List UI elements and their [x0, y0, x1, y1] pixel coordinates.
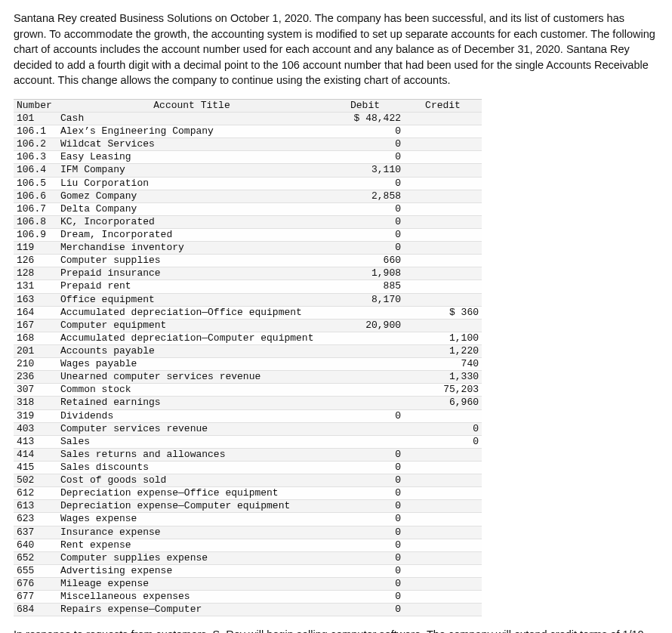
- table-header-row: Number Account Title Debit Credit: [14, 99, 482, 112]
- account-title: Accounts payable: [57, 344, 326, 357]
- account-credit: [404, 539, 482, 551]
- account-debit: 0: [326, 577, 404, 590]
- account-credit: [404, 202, 482, 215]
- account-credit: [404, 591, 482, 604]
- account-debit: 0: [326, 125, 404, 138]
- table-row: 106.5Liu Corporation0: [14, 177, 482, 190]
- account-title: Repairs expense—Computer: [57, 604, 326, 616]
- account-debit: 0: [326, 487, 404, 500]
- account-debit: 0: [326, 177, 404, 190]
- account-credit: [404, 177, 482, 190]
- table-row: 502Cost of goods sold0: [14, 474, 482, 487]
- account-number: 210: [14, 358, 57, 371]
- account-debit: 0: [326, 242, 404, 255]
- table-row: 106.3Easy Leasing0: [14, 151, 482, 164]
- account-number: 236: [14, 371, 57, 384]
- account-debit: 0: [326, 151, 404, 164]
- account-credit: [404, 215, 482, 228]
- account-debit: [326, 358, 404, 371]
- account-title: Mileage expense: [57, 577, 326, 590]
- table-row: 201Accounts payable1,220: [14, 344, 482, 357]
- account-title: Sales: [57, 435, 326, 448]
- account-credit: [404, 461, 482, 474]
- account-credit: 0: [404, 422, 482, 435]
- table-row: 318Retained earnings6,960: [14, 397, 482, 409]
- account-debit: 0: [326, 138, 404, 151]
- account-debit: 2,858: [326, 190, 404, 202]
- account-credit: [404, 138, 482, 151]
- account-credit: [404, 409, 482, 422]
- account-debit: 8,170: [326, 293, 404, 306]
- account-number: 106.6: [14, 190, 57, 202]
- table-row: 684Repairs expense—Computer0: [14, 604, 482, 616]
- account-credit: 1,330: [404, 371, 482, 384]
- account-debit: [326, 371, 404, 384]
- table-row: 164Accumulated depreciation—Office equip…: [14, 306, 482, 319]
- account-title: IFM Company: [57, 164, 326, 177]
- account-credit: 1,100: [404, 332, 482, 344]
- account-number: 640: [14, 539, 57, 551]
- account-title: Unearned computer services revenue: [57, 371, 326, 384]
- account-number: 128: [14, 267, 57, 280]
- account-credit: [404, 577, 482, 590]
- account-credit: [404, 113, 482, 125]
- account-title: Depreciation expense—Computer equipment: [57, 500, 326, 513]
- table-row: 163Office equipment8,170: [14, 293, 482, 306]
- account-title: KC, Incorporated: [57, 215, 326, 228]
- account-number: 201: [14, 344, 57, 357]
- account-debit: 0: [326, 564, 404, 577]
- account-number: 676: [14, 577, 57, 590]
- account-debit: 0: [326, 202, 404, 215]
- account-title: Computer supplies expense: [57, 551, 326, 564]
- account-debit: 660: [326, 255, 404, 267]
- account-title: Cash: [57, 113, 326, 125]
- account-debit: 3,110: [326, 164, 404, 177]
- account-debit: 1,908: [326, 267, 404, 280]
- table-row: 106.9Dream, Incorporated0: [14, 228, 482, 241]
- account-title: Wildcat Services: [57, 138, 326, 151]
- account-title: Computer supplies: [57, 255, 326, 267]
- account-title: Accumulated depreciation—Computer equipm…: [57, 332, 326, 344]
- account-credit: 0: [404, 435, 482, 448]
- table-row: 613Depreciation expense—Computer equipme…: [14, 500, 482, 513]
- account-credit: [404, 151, 482, 164]
- account-credit: [404, 267, 482, 280]
- account-title: Insurance expense: [57, 526, 326, 539]
- table-row: 676Mileage expense0: [14, 577, 482, 590]
- account-number: 101: [14, 113, 57, 125]
- table-row: 106.8KC, Incorporated0: [14, 215, 482, 228]
- account-debit: 0: [326, 474, 404, 487]
- account-credit: [404, 319, 482, 332]
- account-title: Computer services revenue: [57, 422, 326, 435]
- table-row: 106.2Wildcat Services0: [14, 138, 482, 151]
- account-credit: 1,220: [404, 344, 482, 357]
- account-number: 319: [14, 409, 57, 422]
- account-number: 119: [14, 242, 57, 255]
- table-row: 307Common stock75,203: [14, 384, 482, 397]
- account-credit: 740: [404, 358, 482, 371]
- account-credit: [404, 255, 482, 267]
- account-title: Common stock: [57, 384, 326, 397]
- account-debit: 0: [326, 448, 404, 461]
- account-debit: 0: [326, 591, 404, 604]
- account-credit: $ 360: [404, 306, 482, 319]
- account-debit: [326, 344, 404, 357]
- account-number: 106.8: [14, 215, 57, 228]
- account-number: 131: [14, 280, 57, 293]
- account-number: 637: [14, 526, 57, 539]
- account-number: 414: [14, 448, 57, 461]
- table-row: 640Rent expense0: [14, 539, 482, 551]
- account-title: Merchandise inventory: [57, 242, 326, 255]
- account-number: 413: [14, 435, 57, 448]
- account-number: 106.4: [14, 164, 57, 177]
- account-debit: [326, 384, 404, 397]
- account-number: 684: [14, 604, 57, 616]
- account-title: Alex’s Engineering Company: [57, 125, 326, 138]
- account-credit: [404, 164, 482, 177]
- account-debit: 0: [326, 551, 404, 564]
- account-credit: [404, 513, 482, 526]
- account-debit: 0: [326, 461, 404, 474]
- account-debit: [326, 435, 404, 448]
- account-title: Computer equipment: [57, 319, 326, 332]
- account-credit: [404, 551, 482, 564]
